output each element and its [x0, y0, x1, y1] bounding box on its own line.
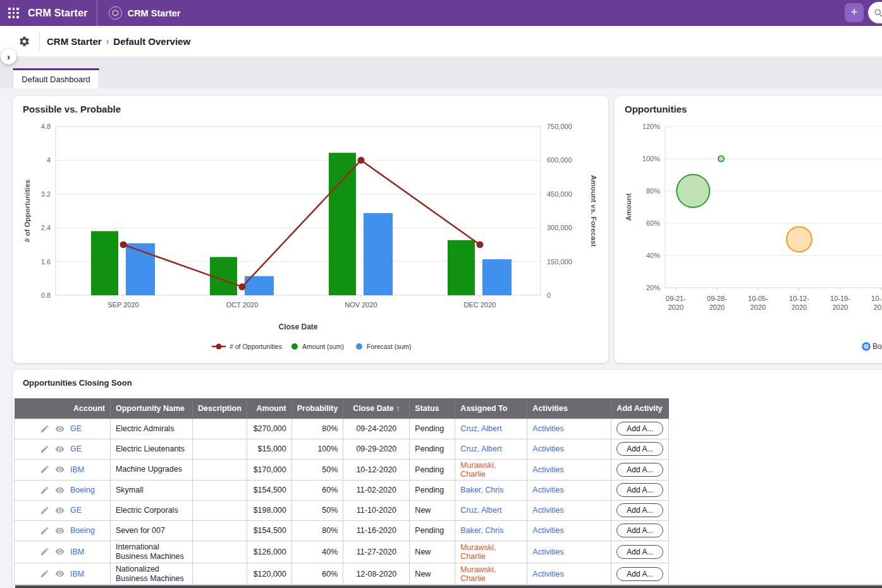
- edit-record-icon[interactable]: [40, 424, 49, 434]
- add-activity-button[interactable]: Add A...: [616, 545, 663, 559]
- page-title: Default Overview: [113, 36, 190, 47]
- view-record-icon[interactable]: [55, 569, 64, 579]
- close-date-cell: 11-16-2020: [343, 520, 410, 541]
- add-activity-button[interactable]: Add A...: [616, 524, 663, 537]
- svg-text:120%: 120%: [642, 123, 660, 130]
- edit-record-icon[interactable]: [40, 526, 49, 536]
- table-row: IBM Nationalized Business Machines $120,…: [15, 563, 669, 585]
- svg-text:SEP 2020: SEP 2020: [107, 301, 138, 309]
- view-record-icon[interactable]: [55, 486, 64, 495]
- svg-text:3.2: 3.2: [41, 190, 51, 198]
- combo-chart[interactable]: 4.8750,0004600,0003.2450,0002.4300,0001.…: [13, 96, 608, 363]
- workspace-tab-label[interactable]: CRM Starter: [128, 8, 181, 18]
- col-header-add-activity[interactable]: Add Activity: [611, 398, 669, 419]
- amount-cell: $154,500: [247, 520, 291, 541]
- col-header-description[interactable]: Description: [193, 398, 247, 419]
- assigned-to-link[interactable]: Murawski, Charlie: [460, 543, 496, 561]
- edit-record-icon[interactable]: [40, 569, 49, 579]
- edit-record-icon[interactable]: [40, 547, 49, 556]
- activities-link[interactable]: Activities: [532, 548, 563, 556]
- top-app-bar: CRM Starter CRM Starter +: [0, 0, 882, 26]
- view-record-icon[interactable]: [55, 424, 64, 434]
- description-cell: [193, 563, 247, 585]
- col-header-probability[interactable]: Probability: [291, 398, 343, 419]
- amount-cell: $170,000: [247, 459, 291, 480]
- view-record-icon[interactable]: [55, 444, 64, 454]
- add-new-button[interactable]: +: [845, 3, 864, 22]
- horizontal-scrollbar-thumb[interactable]: [15, 585, 882, 588]
- account-link[interactable]: IBM: [70, 465, 84, 474]
- bubble-chart[interactable]: 120%100%80%60%40%20%Amount09-21-202009-2…: [615, 96, 882, 363]
- opportunity-name-cell: Electric Corporals: [111, 500, 193, 520]
- opportunity-name-cell: Electric Lieutenants: [111, 439, 193, 459]
- amount-cell: $120,000: [247, 563, 291, 585]
- edit-record-icon[interactable]: [40, 506, 49, 515]
- col-header-opportunity-name[interactable]: Opportunity Name: [111, 398, 193, 419]
- search-pill[interactable]: [868, 2, 882, 23]
- svg-text:100%: 100%: [642, 155, 660, 162]
- account-link[interactable]: GE: [70, 444, 82, 453]
- tab-default-dashboard[interactable]: Default Dashboard: [13, 68, 99, 89]
- add-activity-button[interactable]: Add A...: [616, 442, 663, 456]
- svg-text:Amount vs. Forecast: Amount vs. Forecast: [590, 175, 597, 247]
- workspace-icon: [109, 6, 122, 20]
- add-activity-button[interactable]: Add A...: [616, 463, 663, 477]
- account-link[interactable]: GE: [70, 424, 82, 433]
- view-record-icon[interactable]: [55, 465, 64, 474]
- edit-record-icon[interactable]: [40, 486, 49, 495]
- edit-record-icon[interactable]: [40, 465, 49, 474]
- opportunity-name-cell: Nationalized Business Machines: [111, 563, 193, 585]
- sort-asc-icon: ↑: [396, 404, 400, 413]
- assigned-to-link[interactable]: Baker, Chris: [460, 486, 503, 494]
- topbar-divider: [97, 0, 97, 26]
- account-link[interactable]: IBM: [70, 570, 84, 579]
- status-cell: New: [410, 563, 455, 585]
- account-link[interactable]: GE: [70, 506, 82, 515]
- chart-card-possible-vs-probable: Possible vs. Probable 4.8750,0004600,000…: [13, 96, 608, 363]
- activities-link[interactable]: Activities: [532, 444, 563, 453]
- activities-link[interactable]: Activities: [532, 506, 563, 515]
- col-header-activities[interactable]: Activities: [527, 398, 611, 419]
- add-activity-button[interactable]: Add A...: [616, 483, 663, 497]
- add-activity-button[interactable]: Add A...: [616, 422, 663, 436]
- assigned-to-link[interactable]: Murawski, Charlie: [460, 461, 496, 479]
- account-link[interactable]: Boeing: [70, 526, 95, 535]
- col-header-account[interactable]: Account: [15, 398, 111, 419]
- account-link[interactable]: IBM: [70, 548, 84, 556]
- edit-record-icon[interactable]: [40, 444, 49, 454]
- view-record-icon[interactable]: [55, 547, 64, 556]
- table-row: IBM Machine Upgrades $170,000 50% 10-12-…: [15, 459, 669, 480]
- col-header-amount[interactable]: Amount: [247, 398, 291, 419]
- close-date-cell: 09-29-2020: [343, 439, 410, 459]
- assigned-to-link[interactable]: Cruz, Albert: [460, 424, 501, 433]
- breadcrumb-app-link[interactable]: CRM Starter: [47, 36, 102, 47]
- activities-link[interactable]: Activities: [532, 486, 563, 494]
- sidebar-expand-button[interactable]: ›: [1, 49, 16, 64]
- col-header-status[interactable]: Status: [410, 398, 455, 419]
- crm-dashboard: CRM Starter CRM Starter + CRM Starter › …: [0, 0, 882, 588]
- assigned-to-link[interactable]: Cruz, Albert: [460, 444, 501, 453]
- svg-text:2020: 2020: [874, 303, 882, 311]
- svg-text:0: 0: [547, 291, 551, 299]
- settings-button[interactable]: [18, 35, 30, 47]
- activities-link[interactable]: Activities: [532, 465, 563, 474]
- view-record-icon[interactable]: [55, 526, 64, 536]
- opportunity-name-cell: Machine Upgrades: [111, 459, 193, 480]
- col-header-close-date[interactable]: Close Date ↑: [343, 398, 410, 419]
- view-record-icon[interactable]: [55, 506, 64, 515]
- svg-text:NOV 2020: NOV 2020: [345, 301, 377, 309]
- activities-link[interactable]: Activities: [532, 570, 563, 579]
- breadcrumb-divider: [39, 32, 40, 51]
- assigned-to-link[interactable]: Cruz, Albert: [460, 506, 501, 515]
- add-activity-button[interactable]: Add A...: [616, 503, 663, 517]
- account-link[interactable]: Boeing: [70, 486, 95, 494]
- activities-link[interactable]: Activities: [532, 526, 563, 535]
- svg-text:10-19-: 10-19-: [830, 295, 850, 302]
- description-cell: [193, 419, 247, 439]
- app-launcher-icon[interactable]: [8, 8, 19, 18]
- col-header-assigned-to[interactable]: Assigned To: [455, 398, 527, 419]
- activities-link[interactable]: Activities: [532, 424, 563, 433]
- assigned-to-link[interactable]: Baker, Chris: [460, 526, 503, 535]
- assigned-to-link[interactable]: Murawski, Charlie: [460, 565, 496, 583]
- add-activity-button[interactable]: Add A...: [616, 567, 663, 581]
